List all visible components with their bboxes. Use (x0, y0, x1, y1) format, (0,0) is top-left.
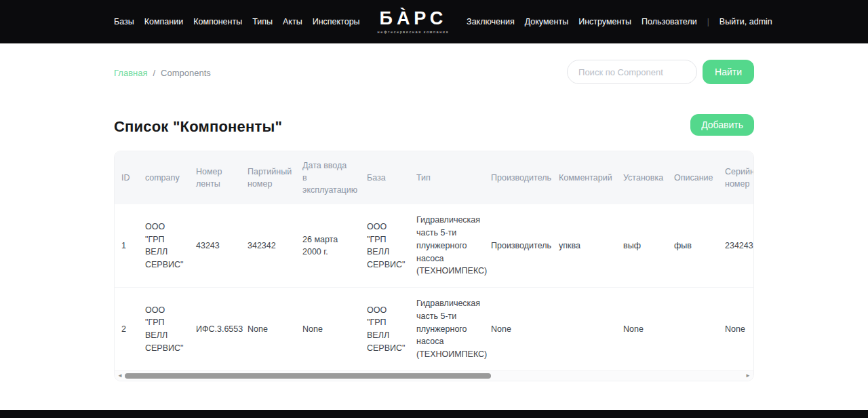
cell-serial-number: 2342432 (718, 204, 753, 287)
nav-item-zaklyucheniya[interactable]: Заключения (467, 17, 515, 26)
table-header-row: ID company Номер ленты Партийный номер Д… (115, 151, 753, 204)
nav-left: Базы Компании Компоненты Типы Акты Инспе… (114, 17, 360, 26)
nav-item-akty[interactable]: Акты (283, 17, 302, 26)
cell-batch-number: None (241, 288, 296, 370)
cell-tape-number: 43243 (189, 204, 241, 287)
add-button[interactable]: Добавить (690, 114, 754, 136)
col-header-comment: Комментарий (552, 151, 616, 204)
page-title: Список "Компоненты" (114, 118, 282, 136)
breadcrumb: Главная / Components (114, 60, 211, 78)
scrollbar-thumb[interactable] (125, 373, 491, 379)
main-content: Главная / Components Найти Список "Компо… (114, 43, 754, 381)
nav-item-tipy[interactable]: Типы (252, 17, 273, 26)
components-table-card: ID company Номер ленты Партийный номер Д… (114, 151, 754, 381)
cell-comment (552, 288, 616, 370)
horizontal-scrollbar[interactable]: ◄ ► (115, 370, 753, 381)
brand-logo[interactable]: БÀРС нефтесервисная компания (360, 10, 467, 35)
nav-right: Заключения Документы Инструменты Пользов… (467, 17, 772, 26)
cell-id: 1 (115, 204, 138, 287)
cell-batch-number: 342342 (241, 204, 296, 287)
brand-logo-title: БÀРС (379, 10, 447, 28)
nav-item-bazy[interactable]: Базы (114, 17, 134, 26)
col-header-id: ID (115, 151, 138, 204)
cell-company: ООО "ГРП ВЕЛЛ СЕРВИС" (138, 204, 189, 287)
nav-item-komponenty[interactable]: Компоненты (193, 17, 242, 26)
cell-installation: None (616, 288, 667, 370)
cell-description: фыв (667, 204, 718, 287)
logout-link[interactable]: Выйти, admin (719, 17, 772, 26)
col-header-batch-number: Партийный номер (241, 151, 296, 204)
col-header-description: Описание (667, 151, 718, 204)
cell-base: ООО "ГРП ВЕЛЛ СЕРВИС" (360, 288, 410, 370)
table-row[interactable]: 2 ООО "ГРП ВЕЛЛ СЕРВИС" ИФС.3.6553 None … (115, 288, 753, 370)
footer: БÀРС нефтесервисная компания Инспекторы … (0, 410, 868, 418)
cell-type: Гидравлическая часть 5-ти плунжерного на… (410, 204, 484, 287)
col-header-serial-number: Серийный номер (718, 151, 753, 204)
scroll-left-arrow-icon[interactable]: ◄ (117, 373, 123, 379)
nav-item-instrumenty[interactable]: Инструменты (578, 17, 631, 26)
col-header-tape-number: Номер ленты (189, 151, 241, 204)
cell-description (667, 288, 718, 370)
nav-item-kompanii[interactable]: Компании (144, 17, 183, 26)
col-header-type: Тип (410, 151, 484, 204)
cell-installation: выф (616, 204, 667, 287)
cell-id: 2 (115, 288, 138, 370)
search-form: Найти (567, 60, 754, 84)
col-header-base: База (360, 151, 410, 204)
scroll-right-arrow-icon[interactable]: ► (745, 373, 751, 379)
cell-comment: упква (552, 204, 616, 287)
breadcrumb-separator: / (153, 68, 155, 78)
cell-commissioning-date: 26 марта 2000 г. (296, 204, 360, 287)
top-navigation-bar: Базы Компании Компоненты Типы Акты Инспе… (0, 0, 868, 43)
brand-logo-subtitle: нефтесервисная компания (378, 31, 449, 35)
nav-item-dokumenty[interactable]: Документы (525, 17, 568, 26)
cell-company: ООО "ГРП ВЕЛЛ СЕРВИС" (138, 288, 189, 370)
cell-manufacturer: None (484, 288, 552, 370)
breadcrumb-current: Components (161, 68, 211, 78)
search-input[interactable] (567, 60, 697, 84)
cell-commissioning-date: None (296, 288, 360, 370)
cell-type: Гидравлическая часть 5-ти плунжерного на… (410, 288, 484, 370)
cell-serial-number: None (718, 288, 753, 370)
table-row[interactable]: 1 ООО "ГРП ВЕЛЛ СЕРВИС" 43243 342342 26 … (115, 204, 753, 287)
components-table: ID company Номер ленты Партийный номер Д… (115, 151, 753, 370)
search-button[interactable]: Найти (703, 60, 754, 84)
col-header-commissioning-date: Дата ввода в эксплуатацию (296, 151, 360, 204)
nav-separator: | (707, 17, 709, 26)
col-header-company: company (138, 151, 189, 204)
col-header-installation: Установка (616, 151, 667, 204)
table-viewport: ID company Номер ленты Партийный номер Д… (115, 151, 753, 370)
nav-item-inspektory[interactable]: Инспекторы (313, 17, 360, 26)
cell-tape-number: ИФС.3.6553 (189, 288, 241, 370)
nav-item-polzovateli[interactable]: Пользователи (642, 17, 697, 26)
cell-base: ООО "ГРП ВЕЛЛ СЕРВИС" (360, 204, 410, 287)
col-header-manufacturer: Производитель (484, 151, 552, 204)
breadcrumb-home-link[interactable]: Главная (114, 68, 147, 78)
cell-manufacturer: Производитель (484, 204, 552, 287)
scrollbar-track[interactable] (123, 372, 745, 379)
